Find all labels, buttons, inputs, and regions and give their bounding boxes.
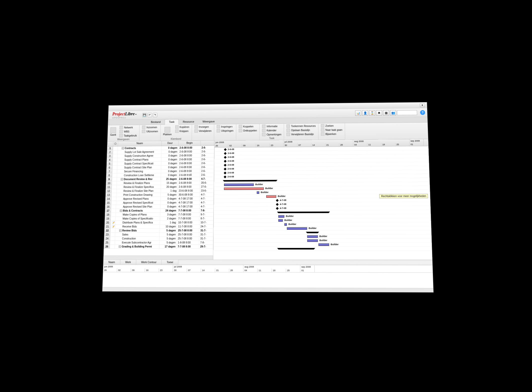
begin-cell[interactable]: 2-6-08 8:00: [178, 181, 200, 185]
schedule-icon[interactable]: ⌛: [369, 110, 375, 116]
gantt-row[interactable]: Builder: [214, 218, 431, 223]
bottom-tab-toewi[interactable]: Toewi: [162, 260, 178, 265]
duration-cell[interactable]: 5 dagen: [160, 237, 177, 240]
task-name-cell[interactable]: Review & Finalize Specifica: [117, 185, 161, 189]
duration-cell[interactable]: 1 dag: [160, 221, 177, 224]
end-cell[interactable]: 31-7-: [199, 233, 213, 236]
grid-body[interactable]: 1−Contracts0 dagen2-6-08 8:002-6-2Supply…: [104, 146, 214, 256]
end-cell[interactable]: 10-7-: [200, 220, 214, 224]
duration-cell[interactable]: 0 dagen: [161, 166, 178, 169]
row-number[interactable]: 13: [106, 193, 112, 197]
summary-bar[interactable]: [278, 211, 329, 213]
ribbon-button-informatie[interactable]: Informatie: [261, 124, 282, 128]
milestone-diamond-icon[interactable]: [224, 160, 226, 163]
duration-cell[interactable]: 5 dagen: [160, 229, 177, 232]
task-name-cell[interactable]: −Contracts: [118, 146, 162, 150]
gantt-row[interactable]: Builder: [214, 238, 432, 243]
outline-toggle-icon[interactable]: −: [121, 178, 123, 181]
milestone-diamond-icon[interactable]: [224, 152, 226, 155]
task-row[interactable]: 24Construction5 dagen25-7-08 8:0031-7-: [104, 237, 213, 241]
gantt-row[interactable]: Builder: [214, 214, 431, 218]
end-cell[interactable]: 27-6-: [200, 185, 214, 189]
duration-cell[interactable]: 3 dagen: [160, 213, 177, 216]
ribbon-button-bijwerken[interactable]: Bijwerken: [320, 132, 344, 136]
end-cell[interactable]: 7-8-: [199, 241, 213, 244]
begin-cell[interactable]: 4-7-08 17:00: [178, 205, 200, 208]
begin-cell[interactable]: 7-7-08 8:00: [177, 245, 199, 248]
save-button[interactable]: 💾: [142, 113, 147, 117]
ribbon-button-uitzoomen[interactable]: Uitzoomen: [141, 129, 159, 133]
tab-resource[interactable]: Resource: [178, 119, 198, 124]
ribbon-button-plakken[interactable]: Plakken: [162, 125, 173, 137]
row-number[interactable]: 11: [106, 185, 112, 189]
begin-cell[interactable]: 10-7-08 8:00: [177, 220, 200, 224]
bottom-tab-naam[interactable]: Naam: [103, 260, 120, 264]
task-name-cell[interactable]: Supply Contract Site Plan: [117, 166, 161, 170]
titlebar-dropdown-icon[interactable]: ▾: [420, 103, 425, 107]
grid-icon[interactable]: ▦: [383, 110, 389, 116]
row-number[interactable]: 20: [105, 221, 111, 224]
milestone-diamond-icon[interactable]: [276, 207, 278, 210]
begin-cell[interactable]: 2-6-08 8:00: [178, 185, 200, 189]
end-cell[interactable]: 4-7-: [200, 205, 214, 208]
undo-button[interactable]: ↶: [148, 113, 152, 117]
end-cell[interactable]: 2-6-: [200, 165, 214, 169]
task-name-cell[interactable]: Supply Contract Plans: [118, 158, 161, 162]
col-info[interactable]: ⓘ: [113, 141, 118, 146]
task-name-cell[interactable]: Review & Finalize Plans: [117, 181, 161, 185]
duration-cell[interactable]: 5 dagen: [160, 233, 177, 236]
milestone-diamond-icon[interactable]: [224, 176, 226, 178]
begin-cell[interactable]: 2-6-08 8:00: [178, 150, 200, 154]
row-number[interactable]: 5: [107, 162, 113, 166]
begin-cell[interactable]: 23-6-08 8:00: [178, 189, 200, 193]
end-cell[interactable]: 2-6-: [200, 154, 214, 157]
task-name-cell[interactable]: Secure Financing: [117, 170, 161, 174]
task-name-cell[interactable]: Sales: [115, 233, 160, 236]
begin-cell[interactable]: 2-6-08 8:00: [178, 158, 200, 161]
milestone-diamond-icon[interactable]: [224, 164, 226, 167]
task-bar[interactable]: [266, 195, 276, 198]
task-bar[interactable]: [224, 187, 264, 190]
duration-cell[interactable]: 0 dagen: [161, 162, 178, 165]
duration-cell[interactable]: 15 dagen: [161, 181, 178, 185]
gantt-row[interactable]: [213, 247, 432, 251]
gantt-body[interactable]: Rechtsklikken voor meer mogelijkheden 2-…: [213, 146, 432, 260]
task-bar[interactable]: [278, 215, 284, 218]
task-row[interactable]: 14Approve Revised Plans0 dagen4-7-08 17:…: [106, 197, 214, 201]
gantt-row[interactable]: Builder: [214, 234, 432, 239]
begin-cell[interactable]: 4-7-08 17:00: [178, 197, 200, 200]
duration-cell[interactable]: 0 dagen: [161, 154, 178, 158]
ribbon-button-netwerk[interactable]: Netwerk: [119, 125, 138, 129]
ribbon-button-taakgebruik[interactable]: Taakgebruik: [118, 134, 138, 138]
row-number[interactable]: 21: [104, 225, 110, 228]
end-cell[interactable]: 2-6-: [200, 150, 214, 153]
end-cell[interactable]: 7-8-: [200, 208, 214, 212]
task-name-cell[interactable]: Approve Revised Plans: [116, 197, 160, 201]
row-number[interactable]: 23: [104, 233, 110, 236]
duration-cell[interactable]: 2 dagen: [160, 217, 177, 220]
task-name-cell[interactable]: Construction Loan Settleme: [117, 173, 161, 177]
task-row[interactable]: 18Make Copies of Plans3 dagen7-7-08 8:00…: [105, 212, 214, 217]
ribbon-button-ontkoppelen[interactable]: Ontkoppelen: [238, 129, 258, 133]
task-name-cell[interactable]: Supply Construction Agree: [118, 154, 161, 158]
ribbon-button-opslaan-basislijn[interactable]: Opslaan Basislijn: [286, 128, 316, 132]
task-name-cell[interactable]: Make Copies of Plans: [116, 213, 160, 216]
summary-bar[interactable]: [307, 232, 318, 233]
end-cell[interactable]: 20-6-: [200, 181, 214, 185]
outline-toggle-icon[interactable]: −: [120, 209, 122, 212]
task-name-cell[interactable]: Execute Subcontractor Agr: [115, 241, 160, 244]
task-row[interactable]: 15Approve Revised Specificat0 dagen4-7-0…: [105, 201, 214, 205]
row-number[interactable]: 24: [104, 237, 110, 240]
ribbon-button-kalender[interactable]: Kalender: [261, 128, 282, 132]
end-cell[interactable]: 24-7-: [200, 224, 214, 228]
task-bar[interactable]: [287, 227, 307, 230]
task-bar[interactable]: [224, 184, 254, 186]
resource-icon[interactable]: 👤: [362, 110, 368, 116]
task-bar[interactable]: [318, 243, 329, 246]
row-number[interactable]: 1: [107, 147, 113, 150]
task-row[interactable]: 26−Grading & Building Permi17 dagen7-7-0…: [104, 245, 213, 249]
row-number[interactable]: 10: [106, 181, 112, 185]
duration-cell[interactable]: 0 dagen: [160, 201, 178, 204]
duration-cell[interactable]: 0 dagen: [160, 205, 178, 208]
task-name-cell[interactable]: Supply Lot Sale Agreement: [118, 150, 162, 154]
